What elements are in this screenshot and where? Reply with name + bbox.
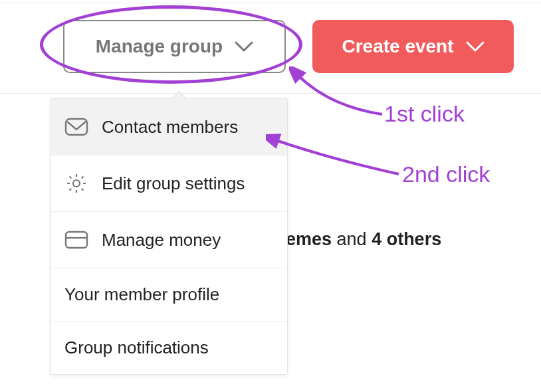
gear-icon xyxy=(64,171,88,195)
dropdown-item-label: Your member profile xyxy=(64,284,219,305)
members-summary-and: and xyxy=(332,229,372,249)
dropdown-item-edit-settings[interactable]: Edit group settings xyxy=(51,155,287,212)
dropdown-item-label: Edit group settings xyxy=(102,173,245,194)
top-divider xyxy=(0,0,541,3)
chevron-down-icon xyxy=(466,41,485,52)
dropdown-item-contact-members[interactable]: Contact members xyxy=(51,99,287,155)
svg-rect-0 xyxy=(66,119,87,135)
create-event-button[interactable]: Create event xyxy=(312,20,514,73)
manage-group-button[interactable]: Manage group xyxy=(63,20,286,73)
dropdown-item-label: Contact members xyxy=(102,117,238,138)
dropdown-item-manage-money[interactable]: Manage money xyxy=(51,212,287,268)
dropdown-item-label: Manage money xyxy=(102,230,221,250)
manage-group-label: Manage group xyxy=(96,36,223,57)
manage-group-dropdown: Contact members Edit group settings Mana… xyxy=(51,98,288,375)
members-summary-text: emes and 4 others xyxy=(286,229,441,250)
dropdown-item-member-profile[interactable]: Your member profile xyxy=(51,268,287,322)
chevron-down-icon xyxy=(235,41,253,52)
members-summary-partial: emes xyxy=(286,229,332,249)
credit-card-icon xyxy=(64,228,88,252)
dropdown-item-group-notifications[interactable]: Group notifications xyxy=(51,322,287,374)
members-summary-others: 4 others xyxy=(372,229,441,249)
svg-rect-2 xyxy=(66,232,87,248)
envelope-icon xyxy=(64,115,88,139)
dropdown-item-label: Group notifications xyxy=(64,338,209,358)
create-event-label: Create event xyxy=(342,36,453,57)
svg-point-1 xyxy=(73,180,80,187)
